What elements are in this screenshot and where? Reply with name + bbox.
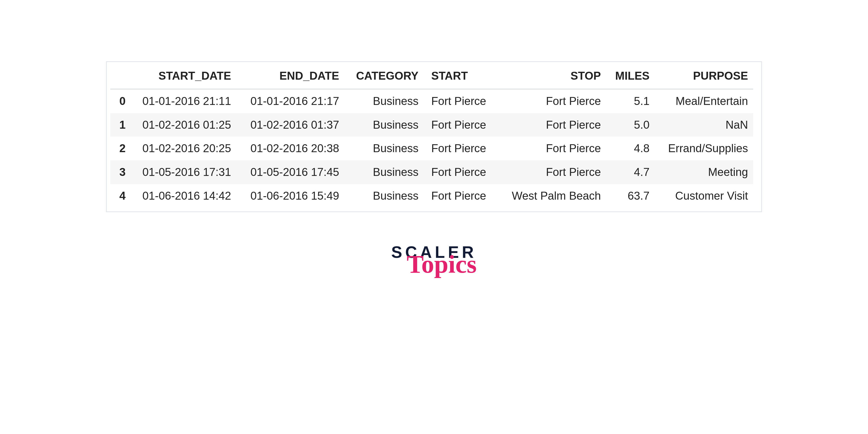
cell-stop: Fort Pierce: [498, 89, 606, 113]
cell-start: Fort Pierce: [424, 89, 498, 113]
table-row: 2 01-02-2016 20:25 01-02-2016 20:38 Busi…: [110, 136, 753, 160]
cell-end-date: 01-02-2016 01:37: [236, 113, 344, 137]
table-header-row: START_DATE END_DATE CATEGORY START STOP …: [110, 66, 753, 89]
col-index: [110, 66, 128, 89]
cell-category: Business: [344, 184, 424, 208]
table-row: 3 01-05-2016 17:31 01-05-2016 17:45 Busi…: [110, 160, 753, 184]
cell-purpose: Meal/Entertain: [655, 89, 753, 113]
col-purpose: PURPOSE: [655, 66, 753, 89]
cell-purpose: Errand/Supplies: [655, 136, 753, 160]
col-miles: MILES: [606, 66, 655, 89]
logo-text-topics: Topics: [406, 254, 477, 274]
cell-start-date: 01-01-2016 21:11: [128, 89, 236, 113]
cell-index: 3: [110, 160, 128, 184]
cell-stop: Fort Pierce: [498, 160, 606, 184]
cell-end-date: 01-06-2016 15:49: [236, 184, 344, 208]
dataframe-table: START_DATE END_DATE CATEGORY START STOP …: [110, 66, 753, 208]
table-head: START_DATE END_DATE CATEGORY START STOP …: [110, 66, 753, 89]
cell-start: Fort Pierce: [424, 160, 498, 184]
cell-category: Business: [344, 160, 424, 184]
table-row: 4 01-06-2016 14:42 01-06-2016 15:49 Busi…: [110, 184, 753, 208]
cell-start: Fort Pierce: [424, 136, 498, 160]
cell-stop: Fort Pierce: [498, 113, 606, 137]
scaler-topics-logo: SCALER Topics: [391, 243, 477, 274]
cell-purpose: Meeting: [655, 160, 753, 184]
cell-end-date: 01-02-2016 20:38: [236, 136, 344, 160]
col-end-date: END_DATE: [236, 66, 344, 89]
col-category: CATEGORY: [344, 66, 424, 89]
cell-index: 4: [110, 184, 128, 208]
dataframe-frame: START_DATE END_DATE CATEGORY START STOP …: [106, 61, 762, 212]
table-body: 0 01-01-2016 21:11 01-01-2016 21:17 Busi…: [110, 89, 753, 208]
cell-index: 1: [110, 113, 128, 137]
col-stop: STOP: [498, 66, 606, 89]
cell-miles: 5.1: [606, 89, 655, 113]
cell-end-date: 01-05-2016 17:45: [236, 160, 344, 184]
cell-start-date: 01-05-2016 17:31: [128, 160, 236, 184]
cell-category: Business: [344, 136, 424, 160]
cell-index: 2: [110, 136, 128, 160]
cell-start-date: 01-06-2016 14:42: [128, 184, 236, 208]
cell-miles: 63.7: [606, 184, 655, 208]
cell-purpose: NaN: [655, 113, 753, 137]
table-row: 1 01-02-2016 01:25 01-02-2016 01:37 Busi…: [110, 113, 753, 137]
cell-stop: West Palm Beach: [498, 184, 606, 208]
cell-miles: 5.0: [606, 113, 655, 137]
cell-miles: 4.7: [606, 160, 655, 184]
logo-container: SCALER Topics: [0, 243, 868, 274]
cell-stop: Fort Pierce: [498, 136, 606, 160]
col-start-date: START_DATE: [128, 66, 236, 89]
page: START_DATE END_DATE CATEGORY START STOP …: [0, 0, 868, 434]
cell-category: Business: [344, 89, 424, 113]
cell-end-date: 01-01-2016 21:17: [236, 89, 344, 113]
col-start: START: [424, 66, 498, 89]
table-row: 0 01-01-2016 21:11 01-01-2016 21:17 Busi…: [110, 89, 753, 113]
cell-start-date: 01-02-2016 01:25: [128, 113, 236, 137]
cell-miles: 4.8: [606, 136, 655, 160]
cell-category: Business: [344, 113, 424, 137]
cell-index: 0: [110, 89, 128, 113]
cell-purpose: Customer Visit: [655, 184, 753, 208]
cell-start: Fort Pierce: [424, 113, 498, 137]
cell-start-date: 01-02-2016 20:25: [128, 136, 236, 160]
cell-start: Fort Pierce: [424, 184, 498, 208]
